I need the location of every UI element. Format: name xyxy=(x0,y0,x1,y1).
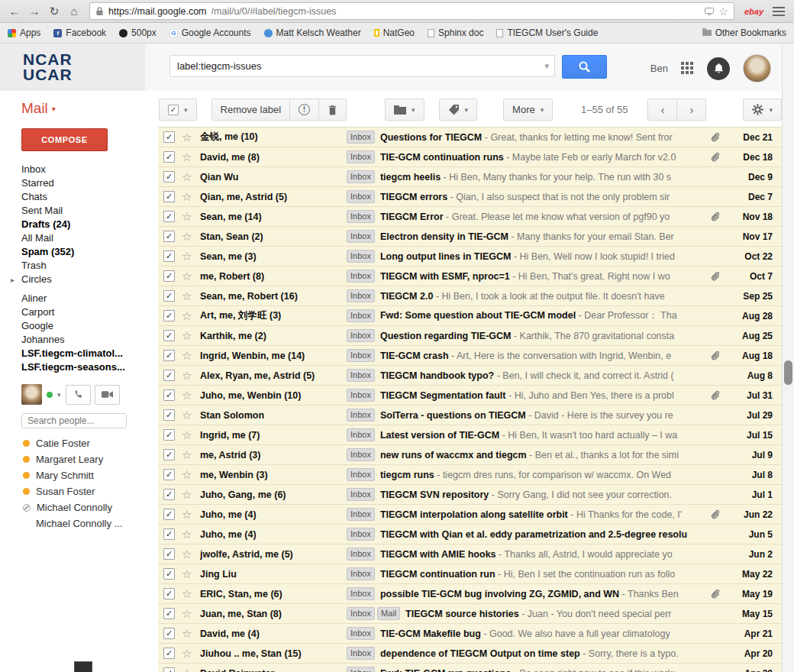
more-button[interactable]: More ▾ xyxy=(503,99,553,121)
email-row[interactable]: ✓ ☆ Juho, me (4) Inbox TIEGCM with Qian … xyxy=(158,525,782,544)
star-icon[interactable]: ☆ xyxy=(182,270,193,282)
email-row[interactable]: ✓ ☆ Juho, me (4) Inbox TIEGCM interpolat… xyxy=(158,505,782,525)
search-button[interactable] xyxy=(562,55,607,79)
label-chip[interactable]: Inbox xyxy=(347,548,375,561)
star-icon[interactable]: ☆ xyxy=(182,548,193,560)
email-row[interactable]: ✓ ☆ Sean, me (3) Inbox Long output lines… xyxy=(158,247,782,267)
row-checkbox[interactable]: ✓ xyxy=(163,350,175,361)
sidebar-item[interactable]: ▸ Google xyxy=(0,319,153,333)
email-row[interactable]: ✓ ☆ Stan, Sean (2) Inbox Electron densit… xyxy=(158,227,782,247)
label-chip[interactable]: Inbox xyxy=(347,170,375,183)
ncar-ucar-logo[interactable]: NCAR UCAR xyxy=(0,44,145,91)
sidebar-item[interactable]: ▸ Chats xyxy=(0,190,153,204)
scrollbar[interactable] xyxy=(782,44,794,672)
sidebar-item[interactable]: ▸ Sent Mail xyxy=(0,204,153,218)
star-icon[interactable]: ☆ xyxy=(182,131,193,143)
search-options-arrow-icon[interactable]: ▾ xyxy=(544,61,549,71)
bookmark-item[interactable]: Matt Kelsch Weather xyxy=(264,27,361,38)
label-chip[interactable]: Inbox xyxy=(347,667,375,672)
minimized-chat-window[interactable] xyxy=(74,661,92,672)
row-checkbox[interactable]: ✓ xyxy=(163,171,175,183)
select-all-checkbox[interactable]: ✓ xyxy=(168,105,179,115)
mail-menu[interactable]: Mail ▾ xyxy=(21,100,56,117)
star-icon[interactable]: ☆ xyxy=(182,250,193,262)
row-checkbox[interactable]: ✓ xyxy=(163,648,175,659)
settings-button[interactable]: ▾ xyxy=(743,99,782,121)
label-chip[interactable]: Inbox xyxy=(347,230,375,243)
expand-arrow-icon[interactable]: ▸ xyxy=(11,275,15,286)
star-icon[interactable]: ☆ xyxy=(182,389,193,401)
star-icon[interactable]: ☆ xyxy=(182,171,193,183)
address-bar[interactable]: https://mail.google.com /mail/u/0/#label… xyxy=(89,2,734,20)
search-people-input[interactable] xyxy=(21,413,127,428)
row-checkbox[interactable]: ✓ xyxy=(163,528,175,540)
label-chip[interactable]: Inbox xyxy=(347,389,375,402)
refresh-button[interactable]: ↻ xyxy=(46,5,63,18)
mail-search-input[interactable] xyxy=(169,55,555,77)
bookmark-item[interactable]: Facebook xyxy=(53,27,106,38)
email-row[interactable]: ✓ ☆ Juho, Gang, me (6) Inbox TIEGCM SVN … xyxy=(158,485,782,505)
browser-menu-icon[interactable] xyxy=(770,3,788,20)
label-chip[interactable]: Inbox xyxy=(347,448,375,461)
label-chip[interactable]: Inbox xyxy=(347,488,375,501)
email-row[interactable]: ✓ ☆ Jing Liu Inbox TIEGCM continuation r… xyxy=(158,564,782,584)
phone-call-button[interactable] xyxy=(66,385,91,405)
bookmark-star-icon[interactable]: ☆ xyxy=(718,5,728,18)
sidebar-item[interactable]: ▸ All Mail xyxy=(0,231,153,245)
contact-item[interactable]: Michael Connolly xyxy=(0,499,153,515)
star-icon[interactable]: ☆ xyxy=(182,568,193,580)
row-checkbox[interactable]: ✓ xyxy=(163,270,175,282)
email-row[interactable]: ✓ ☆ me, Wenbin (3) Inbox tiegcm runstieg… xyxy=(158,465,782,485)
row-checkbox[interactable]: ✓ xyxy=(163,250,175,262)
sidebar-item[interactable]: ▸ Spam (352) xyxy=(0,245,153,259)
email-row[interactable]: ✓ ☆ Art, me, 刘学旺 (3) Inbox Fwd: Some que… xyxy=(158,306,782,326)
bookmark-item[interactable]: Other Bookmarks xyxy=(702,27,786,38)
email-row[interactable]: ✓ ☆ Alex, Ryan, me, Astrid (5) Inbox TIE… xyxy=(158,366,782,386)
remove-label-button[interactable]: Remove label xyxy=(211,99,291,121)
label-chip[interactable]: Inbox xyxy=(347,508,375,521)
star-icon[interactable]: ☆ xyxy=(182,509,193,520)
label-chip[interactable]: Inbox xyxy=(347,528,375,541)
star-icon[interactable]: ☆ xyxy=(182,449,193,460)
row-checkbox[interactable]: ✓ xyxy=(163,628,175,639)
sidebar-item[interactable]: ▸ Carport xyxy=(0,305,153,319)
star-icon[interactable]: ☆ xyxy=(182,469,193,480)
label-chip[interactable]: Inbox xyxy=(347,428,375,441)
row-checkbox[interactable]: ✓ xyxy=(163,548,175,560)
star-icon[interactable]: ☆ xyxy=(182,588,193,599)
row-checkbox[interactable]: ✓ xyxy=(163,469,175,480)
star-icon[interactable]: ☆ xyxy=(182,608,193,619)
bookmark-item[interactable]: Google Accounts xyxy=(169,27,251,38)
contact-item[interactable]: Mary Schmitt xyxy=(0,467,153,483)
email-row[interactable]: ✓ ☆ Sean, me (14) Inbox TIEGCM ErrorGrea… xyxy=(158,207,782,227)
email-row[interactable]: ✓ ☆ Ingrid, me (7) Inbox Latest version … xyxy=(158,425,782,445)
bookmark-item[interactable]: TIEGCM User's Guide xyxy=(496,27,598,38)
cast-icon[interactable] xyxy=(705,8,714,15)
status-chevron-icon[interactable]: ▾ xyxy=(57,391,61,399)
label-chip[interactable]: Inbox xyxy=(347,567,375,580)
email-row[interactable]: ✓ ☆ me, Astrid (3) Inbox new runs of wac… xyxy=(158,445,782,465)
row-checkbox[interactable]: ✓ xyxy=(163,211,175,222)
row-checkbox[interactable]: ✓ xyxy=(163,370,175,381)
row-checkbox[interactable]: ✓ xyxy=(163,509,175,520)
scrollbar-thumb[interactable] xyxy=(784,360,792,385)
label-chip[interactable]: Inbox xyxy=(347,607,375,620)
home-button[interactable]: ⌂ xyxy=(66,5,82,18)
row-checkbox[interactable]: ✓ xyxy=(163,568,175,580)
label-chip[interactable]: Inbox xyxy=(347,587,375,600)
forward-button[interactable]: → xyxy=(26,5,43,18)
label-chip[interactable]: Inbox xyxy=(347,309,375,322)
notifications-bell-icon[interactable] xyxy=(707,57,730,80)
contact-item[interactable]: Margaret Leary xyxy=(0,451,153,467)
sidebar-item[interactable]: ▸ Aliner xyxy=(0,292,153,305)
star-icon[interactable]: ☆ xyxy=(182,429,193,441)
email-row[interactable]: ✓ ☆ 金锐, me (10) Inbox Questions for TIEG… xyxy=(158,128,782,147)
row-checkbox[interactable]: ✓ xyxy=(163,389,175,401)
label-chip[interactable]: Inbox xyxy=(347,250,375,263)
email-row[interactable]: ✓ ☆ Juan, me, Stan (8) InboxMail TIEGCM … xyxy=(158,604,782,624)
star-icon[interactable]: ☆ xyxy=(182,191,193,202)
email-row[interactable]: ✓ ☆ David Rainwater Inbox Fwd: TIE-GCM r… xyxy=(158,664,782,672)
label-chip[interactable]: Inbox xyxy=(347,468,375,481)
star-icon[interactable]: ☆ xyxy=(182,409,193,421)
star-icon[interactable]: ☆ xyxy=(182,211,193,222)
